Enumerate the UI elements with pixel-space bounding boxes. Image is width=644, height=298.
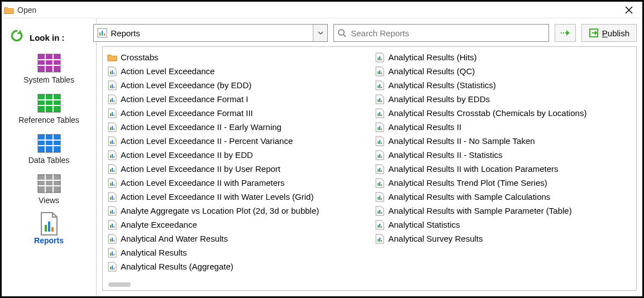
lookin-combo[interactable]: Reports xyxy=(93,24,328,42)
list-item-label: Action Level Exceedance Format III xyxy=(121,108,253,118)
search-input[interactable] xyxy=(350,28,548,39)
list-item-label: Analytical Results II xyxy=(388,122,461,132)
svg-rect-20 xyxy=(45,225,47,232)
report-icon xyxy=(107,206,117,216)
list-item[interactable]: Action Level Exceedance xyxy=(107,64,330,78)
list-item[interactable]: Analytical Results (QC) xyxy=(375,64,598,78)
chevron-down-icon[interactable] xyxy=(313,25,327,41)
list-item[interactable]: Action Level Exceedance II with Paramete… xyxy=(107,176,330,190)
search-box[interactable] xyxy=(333,24,549,42)
svg-rect-57 xyxy=(110,197,111,200)
list-item-label: Action Level Exceedance II - Percent Var… xyxy=(121,136,293,146)
report-icon xyxy=(375,206,385,216)
go-button[interactable] xyxy=(555,24,576,42)
svg-rect-66 xyxy=(110,239,111,242)
svg-rect-68 xyxy=(113,240,115,242)
horizontal-scrollbar[interactable] xyxy=(108,282,131,287)
list-item[interactable]: Analytical Results Trend Plot (Time Seri… xyxy=(375,176,598,190)
list-item[interactable]: Analytical Results by EDDs xyxy=(375,92,598,106)
list-item-label: Analytical Results II with Location Para… xyxy=(388,164,558,174)
svg-rect-37 xyxy=(112,98,113,102)
svg-rect-10 xyxy=(38,134,60,152)
list-item[interactable]: Analytical Results (Aggregate) xyxy=(107,259,330,273)
list-item[interactable]: Analytical Results (Hits) xyxy=(375,50,598,64)
list-item[interactable]: Action Level Exceedance II by EDD xyxy=(107,148,330,162)
svg-rect-46 xyxy=(112,140,113,144)
list-item[interactable]: Action Level Exceedance II by User Repor… xyxy=(107,162,330,176)
list-item[interactable]: Analytical And Water Results xyxy=(107,232,330,246)
sidebar-category-reports[interactable]: Reports xyxy=(4,213,94,245)
svg-rect-104 xyxy=(381,184,382,186)
sidebar-category-reference-tables[interactable]: Reference Tables xyxy=(4,92,94,124)
list-item[interactable]: Action Level Exceedance II with Water Le… xyxy=(107,190,330,204)
search-icon xyxy=(337,28,346,37)
list-item[interactable]: Action Level Exceedance Format I xyxy=(107,92,330,106)
list-item-label: Analytical Results (Statistics) xyxy=(388,80,496,90)
list-item[interactable]: Analytical Results Crosstab (Chemicals b… xyxy=(375,106,598,120)
list-item-label: Action Level Exceedance xyxy=(121,66,214,76)
list-item-label: Analytical Results xyxy=(121,248,187,257)
list-item-label: Analytical Results (QC) xyxy=(388,66,475,76)
list-item-label: Analytical Results Crosstab (Chemicals b… xyxy=(388,108,586,118)
file-list[interactable]: CrosstabsAction Level ExceedanceAction L… xyxy=(102,46,637,291)
list-item-label: Action Level Exceedance II - Early Warni… xyxy=(121,122,282,132)
sidebar-category-views[interactable]: Views xyxy=(4,172,94,205)
publish-button[interactable]: Publish xyxy=(581,24,637,42)
sidebar-category-system-tables[interactable]: System Tables xyxy=(4,52,94,84)
svg-rect-73 xyxy=(112,266,113,270)
list-item[interactable]: Analytical Survey Results xyxy=(375,232,598,246)
list-item[interactable]: Analyte Aggregate vs Location Plot (2d, … xyxy=(107,204,330,218)
list-item[interactable]: Analyte Exceedance xyxy=(107,218,330,232)
list-item[interactable]: Analytical Results (Statistics) xyxy=(375,78,598,92)
report-icon xyxy=(375,234,385,244)
svg-rect-54 xyxy=(110,183,111,186)
list-item[interactable]: Analytical Results II with Location Para… xyxy=(375,162,598,176)
list-item[interactable]: Analytical Results II xyxy=(375,120,598,134)
report-icon xyxy=(107,136,117,146)
svg-rect-79 xyxy=(379,70,380,74)
report-icon xyxy=(107,150,117,160)
report-icon xyxy=(107,234,117,244)
report-icon xyxy=(375,66,385,76)
svg-rect-62 xyxy=(113,212,115,214)
svg-rect-25 xyxy=(102,31,103,36)
report-icon xyxy=(375,192,385,202)
report-icon xyxy=(375,164,385,174)
category-label: Data Tables xyxy=(28,156,70,165)
svg-rect-92 xyxy=(381,128,382,130)
svg-rect-95 xyxy=(381,142,382,144)
svg-rect-41 xyxy=(113,114,115,116)
category-icon xyxy=(36,172,63,195)
svg-rect-56 xyxy=(113,184,115,186)
list-item[interactable]: Crosstabs xyxy=(107,50,330,64)
report-icon xyxy=(107,262,117,272)
list-item-label: Analytical Results by EDDs xyxy=(388,94,490,104)
list-item-label: Action Level Exceedance II by EDD xyxy=(121,150,253,160)
list-item[interactable]: Analytical Results xyxy=(107,246,330,259)
svg-rect-22 xyxy=(51,227,54,232)
list-item-label: Analytical Results II - No Sample Taken xyxy=(388,136,535,146)
svg-rect-43 xyxy=(112,126,113,130)
window-title: Open xyxy=(17,6,36,15)
sidebar-category-data-tables[interactable]: Data Tables xyxy=(4,132,94,165)
publish-accel: P xyxy=(602,28,608,38)
list-item[interactable]: Action Level Exceedance (by EDD) xyxy=(107,78,330,92)
close-button[interactable] xyxy=(618,2,640,18)
refresh-button[interactable] xyxy=(9,28,24,43)
svg-rect-51 xyxy=(110,169,111,172)
list-item-label: Action Level Exceedance II with Water Le… xyxy=(121,192,313,201)
list-item[interactable]: Analytical Statistics xyxy=(375,218,598,232)
list-item[interactable]: Analytical Results with Sample Parameter… xyxy=(375,204,598,218)
list-item-label: Analyte Exceedance xyxy=(121,220,197,229)
svg-rect-94 xyxy=(379,140,380,144)
list-item[interactable]: Analytical Results with Sample Calculati… xyxy=(375,190,598,204)
list-item[interactable]: Analytical Results II - Statistics xyxy=(375,148,598,162)
svg-rect-85 xyxy=(379,98,380,102)
report-icon xyxy=(375,108,385,118)
list-item[interactable]: Action Level Exceedance Format III xyxy=(107,106,330,120)
svg-rect-59 xyxy=(113,198,115,200)
list-item[interactable]: Analytical Results II - No Sample Taken xyxy=(375,134,598,148)
list-item[interactable]: Action Level Exceedance II - Percent Var… xyxy=(107,134,330,148)
report-icon xyxy=(107,164,117,174)
list-item[interactable]: Action Level Exceedance II - Early Warni… xyxy=(107,120,330,134)
